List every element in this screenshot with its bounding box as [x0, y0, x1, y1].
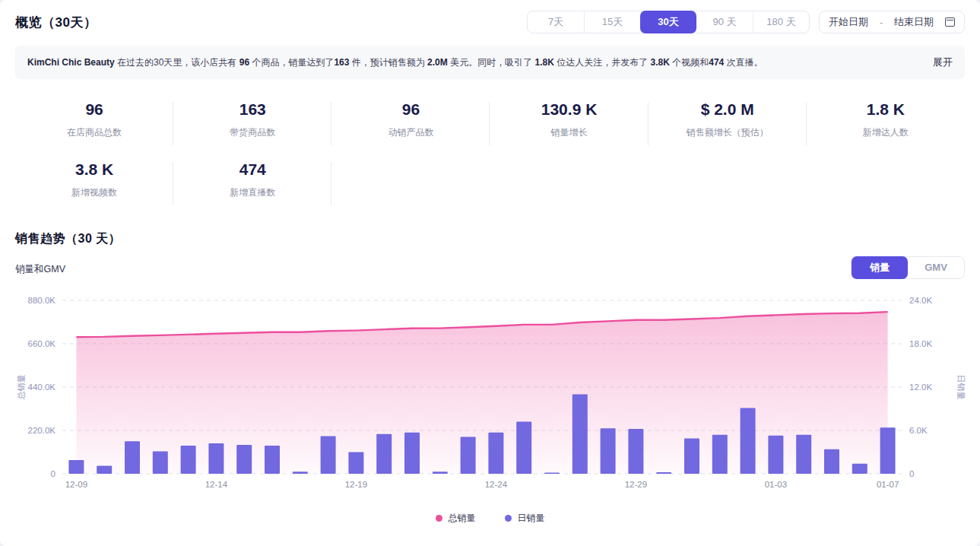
stat-active-products: 96 动销产品数: [331, 91, 490, 151]
stat-sales-growth: 130.9 K 销量增长: [490, 91, 648, 151]
legend-item-total-sales[interactable]: 总销量: [436, 512, 476, 525]
stat-label: 销售额增长（预估）: [649, 126, 807, 139]
stat-label: 新增视频数: [15, 186, 173, 199]
stat-label: 动销产品数: [331, 126, 490, 139]
stat-value: 474: [173, 160, 331, 179]
expand-link[interactable]: 展开: [933, 56, 953, 69]
stat-new-creators: 1.8 K 新增达人数: [807, 91, 965, 151]
custom-date-range-picker[interactable]: 开始日期 - 结束日期: [819, 11, 965, 33]
stat-value: 3.8 K: [15, 160, 173, 179]
legend-label: 日销量: [518, 512, 545, 525]
stat-gmv-growth: $ 2.0 M 销售额增长（预估）: [649, 91, 807, 151]
chart-subtitle: 销量和GMV: [15, 263, 65, 279]
stat-value: 163: [173, 100, 331, 119]
sales-trend-title: 销售趋势（30 天）: [15, 231, 965, 247]
svg-text:12-14: 12-14: [205, 480, 228, 489]
stat-value: 96: [331, 100, 490, 119]
svg-text:12.0K: 12.0K: [909, 383, 932, 392]
svg-text:220.0K: 220.0K: [28, 426, 56, 435]
sales-trend-chart[interactable]: 880.0K24.0K660.0K18.0K440.0K12.0K220.0K6…: [15, 288, 965, 495]
date-range-separator: -: [880, 17, 883, 28]
svg-text:日销量: 日销量: [956, 375, 966, 400]
svg-text:660.0K: 660.0K: [28, 339, 56, 348]
stats-row-2: 3.8 K 新增视频数 474 新增直播数: [15, 151, 965, 211]
range-button-180d[interactable]: 180 天: [753, 11, 809, 33]
chart-legend: 总销量 日销量: [15, 512, 965, 525]
stat-label: 新增直播数: [173, 186, 331, 199]
svg-text:12-29: 12-29: [625, 480, 647, 489]
date-range-button-group: 7天 15天 30天 90 天 180 天: [527, 11, 810, 33]
legend-item-daily-sales[interactable]: 日销量: [505, 512, 545, 525]
header-controls: 7天 15天 30天 90 天 180 天 开始日期 - 结束日期: [527, 11, 965, 33]
stat-value: $ 2.0 M: [649, 100, 807, 119]
stat-spacer: [649, 151, 807, 211]
total-sales-dot-icon: [436, 515, 442, 522]
stat-total-products: 96 在店商品总数: [15, 91, 173, 151]
metric-toggle-group: 销量 GMV: [851, 256, 965, 279]
sales-trend-subheader: 销量和GMV 销量 GMV: [15, 256, 965, 279]
stats-row-1: 96 在店商品总数 163 带货商品数 96 动销产品数 130.9 K 销量增…: [15, 91, 965, 151]
stat-new-videos: 3.8 K 新增视频数: [15, 151, 173, 211]
end-date-placeholder[interactable]: 结束日期: [894, 15, 934, 29]
svg-text:12-19: 12-19: [345, 480, 367, 489]
stat-label: 在店商品总数: [15, 126, 173, 139]
sales-trend-chart-canvas[interactable]: 880.0K24.0K660.0K18.0K440.0K12.0K220.0K6…: [15, 288, 966, 495]
svg-text:01-03: 01-03: [765, 480, 787, 489]
stat-spacer: [490, 151, 648, 211]
svg-text:12-24: 12-24: [485, 480, 508, 489]
svg-text:6.0K: 6.0K: [909, 426, 928, 435]
range-button-15d[interactable]: 15天: [584, 11, 640, 33]
svg-text:0: 0: [51, 469, 56, 478]
overview-panel: 概览（30天） 7天 15天 30天 90 天 180 天 开始日期 - 结束日…: [0, 0, 980, 546]
summary-banner: KimChi Chic Beauty 在过去的30天里，该小店共有 96 个商品…: [15, 46, 965, 79]
range-button-90d[interactable]: 90 天: [696, 11, 753, 33]
stat-spacer: [807, 151, 965, 211]
toggle-gmv-button[interactable]: GMV: [908, 257, 964, 278]
toggle-sales-button[interactable]: 销量: [852, 256, 908, 279]
start-date-placeholder[interactable]: 开始日期: [829, 15, 868, 29]
header: 概览（30天） 7天 15天 30天 90 天 180 天 开始日期 - 结束日…: [15, 0, 965, 33]
stat-label: 新增达人数: [807, 126, 965, 139]
stats-grid: 96 在店商品总数 163 带货商品数 96 动销产品数 130.9 K 销量增…: [15, 91, 965, 211]
summary-text: KimChi Chic Beauty 在过去的30天里，该小店共有 96 个商品…: [27, 56, 763, 69]
calendar-icon[interactable]: [945, 17, 955, 27]
stat-label: 销量增长: [490, 126, 648, 139]
svg-text:24.0K: 24.0K: [909, 296, 932, 305]
svg-text:0: 0: [909, 469, 914, 478]
stat-label: 带货商品数: [173, 126, 331, 139]
svg-text:880.0K: 880.0K: [28, 296, 56, 305]
svg-text:12-09: 12-09: [65, 480, 87, 489]
stat-value: 130.9 K: [490, 100, 648, 119]
stat-spacer: [331, 151, 490, 211]
page-title: 概览（30天）: [15, 14, 97, 31]
svg-text:18.0K: 18.0K: [909, 339, 932, 348]
daily-sales-dot-icon: [505, 515, 512, 522]
svg-text:总销量: 总销量: [17, 375, 26, 401]
svg-text:01-07: 01-07: [877, 480, 899, 489]
stat-value: 96: [15, 100, 173, 119]
stat-value: 1.8 K: [807, 100, 965, 119]
svg-text:440.0K: 440.0K: [28, 383, 56, 392]
stat-promoted-products: 163 带货商品数: [173, 91, 331, 151]
legend-label: 总销量: [449, 512, 476, 525]
stat-new-livestreams: 474 新增直播数: [173, 151, 331, 211]
range-button-7d[interactable]: 7天: [528, 11, 584, 33]
range-button-30d[interactable]: 30天: [640, 11, 696, 33]
